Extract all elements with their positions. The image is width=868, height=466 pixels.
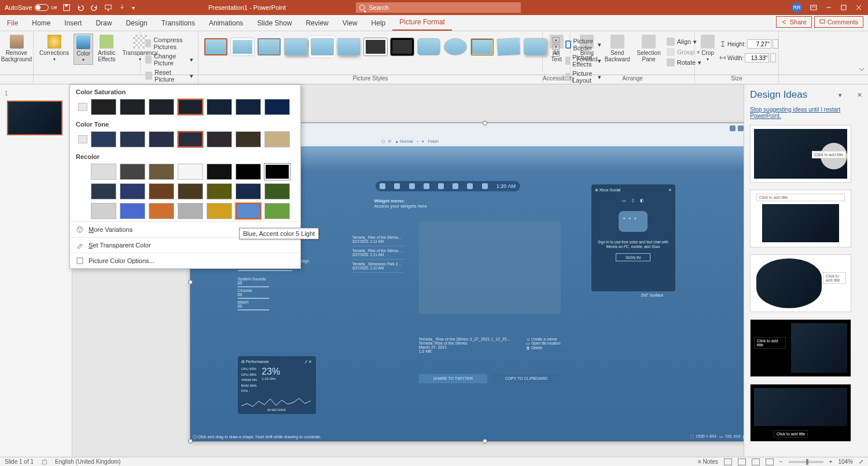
spellcheck-icon[interactable]: ▢ [42, 458, 47, 465]
style-thumb[interactable] [231, 38, 254, 56]
design-idea-thumb[interactable]: Click to add title [750, 125, 851, 183]
saturation-preset-icon[interactable] [78, 103, 87, 111]
design-idea-thumb[interactable]: Click to add title [750, 384, 851, 442]
recolor-swatch[interactable] [207, 183, 232, 199]
picture-layout-button[interactable]: Picture Layout ▾ [564, 69, 602, 84]
recolor-swatch[interactable] [264, 183, 290, 199]
gallery-more-icon[interactable]: ▾ [553, 51, 560, 57]
tab-animations[interactable]: Animations [202, 16, 250, 31]
normal-view-icon[interactable] [724, 458, 732, 465]
recolor-swatch[interactable] [149, 203, 174, 219]
recolor-swatch[interactable] [236, 164, 261, 180]
tab-review[interactable]: Review [299, 16, 335, 31]
picture-styles-gallery[interactable]: ▴ ▾ ▾ [202, 34, 562, 60]
tone-swatch[interactable] [178, 131, 203, 147]
stop-suggesting-link[interactable]: Stop suggesting ideas until I restart Po… [750, 106, 862, 119]
recolor-swatch[interactable] [120, 183, 145, 199]
picture-border-button[interactable]: Picture Border ▾ [564, 37, 602, 52]
set-transparent-item[interactable]: Set Transparent Color [70, 237, 300, 253]
qat-customize-icon[interactable]: ▾ [132, 5, 135, 11]
recolor-swatch[interactable] [91, 203, 116, 219]
gallery-down-icon[interactable]: ▾ [553, 44, 560, 50]
design-idea-thumb[interactable]: Click to add title [750, 254, 851, 312]
tone-preset-icon[interactable] [78, 135, 87, 143]
fit-to-window-icon[interactable]: ⤢ [859, 458, 863, 465]
tab-design[interactable]: Design [119, 16, 154, 31]
tab-draw[interactable]: Draw [89, 16, 119, 31]
touch-mode-icon[interactable] [118, 3, 126, 12]
width-input[interactable] [745, 53, 769, 62]
group-button[interactable]: Group ▾ [665, 47, 703, 57]
picture-effects-button[interactable]: Picture Effects ▾ [564, 53, 602, 68]
minimize-icon[interactable] [825, 4, 832, 11]
tab-transitions[interactable]: Transitions [155, 16, 202, 31]
maximize-icon[interactable] [840, 4, 847, 11]
recolor-swatch[interactable] [178, 164, 203, 180]
zoom-in-icon[interactable]: + [829, 458, 833, 465]
recolor-swatch[interactable] [264, 164, 290, 180]
remove-background-button[interactable]: Remove Background [0, 34, 34, 64]
gallery-up-icon[interactable]: ▴ [553, 37, 560, 43]
tone-swatch[interactable] [207, 131, 232, 147]
style-thumb[interactable] [204, 38, 227, 56]
change-picture-button[interactable]: Change Picture ▾ [144, 52, 194, 67]
height-spinner[interactable] [773, 39, 778, 49]
style-thumb[interactable] [284, 38, 307, 56]
recolor-swatch[interactable] [207, 164, 232, 180]
recolor-swatch[interactable] [91, 164, 116, 180]
reset-picture-button[interactable]: Reset Picture ▾ [144, 68, 194, 83]
tab-home[interactable]: Home [25, 16, 57, 31]
selection-pane-button[interactable]: Selection Pane [635, 34, 663, 64]
tone-swatch[interactable] [264, 131, 290, 147]
saturation-swatch[interactable] [149, 99, 174, 115]
tab-help[interactable]: Help [365, 16, 393, 31]
zoom-level[interactable]: 104% [838, 458, 853, 465]
style-thumb[interactable] [470, 38, 494, 56]
style-thumb[interactable] [524, 38, 547, 56]
saturation-swatch[interactable] [264, 99, 290, 115]
ribbon-display-icon[interactable] [810, 4, 817, 11]
recolor-swatch[interactable] [207, 203, 232, 219]
tone-swatch[interactable] [149, 131, 174, 147]
saturation-swatch[interactable] [178, 99, 203, 115]
recolor-swatch[interactable] [149, 164, 174, 180]
style-thumb[interactable] [444, 38, 467, 56]
width-field[interactable]: Width: [719, 53, 778, 62]
saturation-swatch[interactable] [120, 99, 145, 115]
height-field[interactable]: Height: [719, 39, 778, 49]
design-idea-thumb[interactable]: Click to add title [750, 319, 851, 377]
zoom-slider[interactable] [789, 461, 823, 463]
style-thumb[interactable] [417, 38, 440, 56]
sorter-view-icon[interactable] [738, 458, 746, 465]
slide-thumbnail[interactable] [7, 101, 62, 135]
redo-icon[interactable] [90, 3, 98, 12]
collapse-ribbon-icon[interactable] [858, 65, 866, 73]
compress-pictures-button[interactable]: Compress Pictures [144, 36, 194, 51]
zoom-out-icon[interactable]: − [779, 458, 783, 465]
recolor-swatch[interactable] [91, 183, 116, 199]
reading-view-icon[interactable] [752, 458, 760, 465]
recolor-swatch[interactable] [236, 203, 261, 219]
autosave-toggle[interactable]: AutoSave Off [5, 4, 57, 11]
style-thumb[interactable] [391, 38, 414, 56]
user-avatar[interactable]: RR [792, 2, 802, 13]
tab-slideshow[interactable]: Slide Show [250, 16, 299, 31]
search-box[interactable]: Search [356, 2, 521, 13]
save-icon[interactable] [62, 3, 71, 12]
tone-swatch[interactable] [91, 131, 116, 147]
recolor-swatch[interactable] [178, 203, 203, 219]
recolor-swatch[interactable] [120, 203, 145, 219]
share-button[interactable]: Share [776, 16, 811, 28]
notes-button[interactable]: ≡ Notes [698, 458, 718, 465]
tab-view[interactable]: View [336, 16, 365, 31]
toggle-switch-icon[interactable] [35, 4, 49, 11]
slide-counter[interactable]: Slide 1 of 1 [5, 458, 34, 465]
recolor-swatch[interactable] [236, 183, 261, 199]
saturation-swatch[interactable] [91, 99, 116, 115]
tab-file[interactable]: File [0, 16, 25, 31]
tone-swatch[interactable] [236, 131, 261, 147]
corrections-button[interactable]: Corrections▾ [37, 34, 71, 64]
recolor-swatch[interactable] [120, 164, 145, 180]
recolor-swatch[interactable] [178, 183, 203, 199]
slideshow-view-icon[interactable] [766, 458, 774, 465]
